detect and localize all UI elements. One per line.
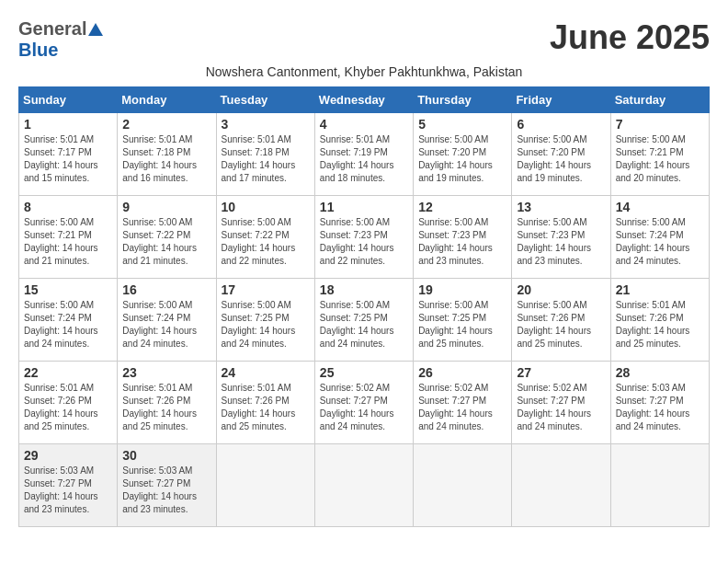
day-info: Sunrise: 5:03 AM Sunset: 7:27 PM Dayligh… <box>24 465 112 516</box>
day-info: Sunrise: 5:01 AM Sunset: 7:26 PM Dayligh… <box>122 382 210 433</box>
day-number: 7 <box>616 117 704 132</box>
calendar-cell: 17Sunrise: 5:00 AM Sunset: 7:25 PM Dayli… <box>216 279 314 362</box>
month-title: June 2025 <box>550 18 710 57</box>
calendar-cell: 4Sunrise: 5:01 AM Sunset: 7:19 PM Daylig… <box>314 113 413 196</box>
calendar-cell: 1Sunrise: 5:01 AM Sunset: 7:17 PM Daylig… <box>19 113 118 196</box>
calendar-header: SundayMondayTuesdayWednesdayThursdayFrid… <box>19 87 710 113</box>
calendar-cell: 11Sunrise: 5:00 AM Sunset: 7:23 PM Dayli… <box>314 196 413 279</box>
calendar-cell: 21Sunrise: 5:01 AM Sunset: 7:26 PM Dayli… <box>610 279 709 362</box>
day-info: Sunrise: 5:01 AM Sunset: 7:26 PM Dayligh… <box>616 299 704 350</box>
calendar-cell: 9Sunrise: 5:00 AM Sunset: 7:22 PM Daylig… <box>118 196 216 279</box>
calendar-table: SundayMondayTuesdayWednesdayThursdayFrid… <box>18 86 710 527</box>
calendar-cell: 7Sunrise: 5:00 AM Sunset: 7:21 PM Daylig… <box>610 113 709 196</box>
location-title: Nowshera Cantonment, Khyber Pakhtunkhwa,… <box>18 64 710 79</box>
calendar-cell: 12Sunrise: 5:00 AM Sunset: 7:23 PM Dayli… <box>414 196 512 279</box>
calendar-cell <box>610 444 709 527</box>
day-info: Sunrise: 5:03 AM Sunset: 7:27 PM Dayligh… <box>616 382 704 433</box>
day-number: 23 <box>122 365 210 380</box>
day-number: 27 <box>517 365 605 380</box>
calendar-cell: 25Sunrise: 5:02 AM Sunset: 7:27 PM Dayli… <box>314 362 413 444</box>
calendar-cell: 6Sunrise: 5:00 AM Sunset: 7:20 PM Daylig… <box>512 113 610 196</box>
calendar-cell: 24Sunrise: 5:01 AM Sunset: 7:26 PM Dayli… <box>216 362 314 444</box>
day-info: Sunrise: 5:02 AM Sunset: 7:27 PM Dayligh… <box>320 382 408 433</box>
calendar-cell: 27Sunrise: 5:02 AM Sunset: 7:27 PM Dayli… <box>512 362 610 444</box>
weekday-header-friday: Friday <box>512 87 610 113</box>
day-number: 16 <box>122 282 210 297</box>
calendar-cell: 30Sunrise: 5:03 AM Sunset: 7:27 PM Dayli… <box>118 444 216 527</box>
day-number: 2 <box>122 117 210 132</box>
day-number: 26 <box>418 365 506 380</box>
day-info: Sunrise: 5:00 AM Sunset: 7:23 PM Dayligh… <box>418 216 506 268</box>
calendar-cell: 13Sunrise: 5:00 AM Sunset: 7:23 PM Dayli… <box>512 196 610 279</box>
calendar-cell: 10Sunrise: 5:00 AM Sunset: 7:22 PM Dayli… <box>216 196 314 279</box>
calendar-cell: 19Sunrise: 5:00 AM Sunset: 7:25 PM Dayli… <box>414 279 512 362</box>
day-info: Sunrise: 5:01 AM Sunset: 7:17 PM Dayligh… <box>24 133 112 185</box>
weekday-header-thursday: Thursday <box>414 87 512 113</box>
day-number: 28 <box>616 365 704 380</box>
day-info: Sunrise: 5:00 AM Sunset: 7:24 PM Dayligh… <box>616 216 704 268</box>
day-info: Sunrise: 5:00 AM Sunset: 7:22 PM Dayligh… <box>222 216 310 268</box>
day-info: Sunrise: 5:00 AM Sunset: 7:25 PM Dayligh… <box>222 299 310 350</box>
weekday-header-row: SundayMondayTuesdayWednesdayThursdayFrid… <box>19 87 710 113</box>
day-info: Sunrise: 5:00 AM Sunset: 7:20 PM Dayligh… <box>517 133 605 185</box>
day-number: 24 <box>222 365 310 380</box>
day-number: 22 <box>24 365 112 380</box>
logo-triangle-icon <box>88 23 103 36</box>
calendar-week-4: 22Sunrise: 5:01 AM Sunset: 7:26 PM Dayli… <box>19 362 710 444</box>
page-header: General Blue June 2025 <box>18 18 710 61</box>
day-number: 29 <box>24 448 112 463</box>
calendar-cell: 22Sunrise: 5:01 AM Sunset: 7:26 PM Dayli… <box>19 362 118 444</box>
calendar-cell <box>216 444 314 527</box>
calendar-cell: 2Sunrise: 5:01 AM Sunset: 7:18 PM Daylig… <box>118 113 216 196</box>
day-info: Sunrise: 5:00 AM Sunset: 7:21 PM Dayligh… <box>24 216 112 268</box>
day-info: Sunrise: 5:01 AM Sunset: 7:26 PM Dayligh… <box>222 382 310 433</box>
day-info: Sunrise: 5:00 AM Sunset: 7:25 PM Dayligh… <box>320 299 408 350</box>
day-number: 12 <box>418 200 506 214</box>
day-number: 14 <box>616 200 704 214</box>
day-number: 18 <box>320 282 408 297</box>
calendar-week-3: 15Sunrise: 5:00 AM Sunset: 7:24 PM Dayli… <box>19 279 710 362</box>
weekday-header-saturday: Saturday <box>610 87 709 113</box>
day-number: 17 <box>222 282 310 297</box>
day-number: 8 <box>24 200 112 214</box>
weekday-header-tuesday: Tuesday <box>216 87 314 113</box>
calendar-week-1: 1Sunrise: 5:01 AM Sunset: 7:17 PM Daylig… <box>19 113 710 196</box>
logo-general: General <box>18 18 86 40</box>
day-number: 19 <box>418 282 506 297</box>
day-info: Sunrise: 5:02 AM Sunset: 7:27 PM Dayligh… <box>418 382 506 433</box>
day-number: 5 <box>418 117 506 132</box>
calendar-cell <box>314 444 413 527</box>
day-info: Sunrise: 5:01 AM Sunset: 7:18 PM Dayligh… <box>222 133 310 185</box>
day-number: 11 <box>320 200 408 214</box>
calendar-cell: 3Sunrise: 5:01 AM Sunset: 7:18 PM Daylig… <box>216 113 314 196</box>
day-number: 4 <box>320 117 408 132</box>
day-info: Sunrise: 5:00 AM Sunset: 7:24 PM Dayligh… <box>122 299 210 350</box>
day-number: 9 <box>122 200 210 214</box>
calendar-cell: 16Sunrise: 5:00 AM Sunset: 7:24 PM Dayli… <box>118 279 216 362</box>
day-info: Sunrise: 5:00 AM Sunset: 7:22 PM Dayligh… <box>122 216 210 268</box>
day-info: Sunrise: 5:01 AM Sunset: 7:19 PM Dayligh… <box>320 133 408 185</box>
calendar-body: 1Sunrise: 5:01 AM Sunset: 7:17 PM Daylig… <box>19 113 710 527</box>
calendar-cell: 20Sunrise: 5:00 AM Sunset: 7:26 PM Dayli… <box>512 279 610 362</box>
day-info: Sunrise: 5:00 AM Sunset: 7:21 PM Dayligh… <box>616 133 704 185</box>
day-info: Sunrise: 5:00 AM Sunset: 7:23 PM Dayligh… <box>517 216 605 268</box>
day-info: Sunrise: 5:00 AM Sunset: 7:25 PM Dayligh… <box>418 299 506 350</box>
weekday-header-sunday: Sunday <box>19 87 118 113</box>
day-info: Sunrise: 5:01 AM Sunset: 7:26 PM Dayligh… <box>24 382 112 433</box>
calendar-cell: 5Sunrise: 5:00 AM Sunset: 7:20 PM Daylig… <box>414 113 512 196</box>
calendar-cell: 15Sunrise: 5:00 AM Sunset: 7:24 PM Dayli… <box>19 279 118 362</box>
day-info: Sunrise: 5:00 AM Sunset: 7:26 PM Dayligh… <box>517 299 605 350</box>
calendar-week-2: 8Sunrise: 5:00 AM Sunset: 7:21 PM Daylig… <box>19 196 710 279</box>
calendar-cell: 26Sunrise: 5:02 AM Sunset: 7:27 PM Dayli… <box>414 362 512 444</box>
day-number: 21 <box>616 282 704 297</box>
calendar-cell: 18Sunrise: 5:00 AM Sunset: 7:25 PM Dayli… <box>314 279 413 362</box>
calendar-week-5: 29Sunrise: 5:03 AM Sunset: 7:27 PM Dayli… <box>19 444 710 527</box>
day-number: 6 <box>517 117 605 132</box>
calendar-cell: 23Sunrise: 5:01 AM Sunset: 7:26 PM Dayli… <box>118 362 216 444</box>
calendar-cell: 14Sunrise: 5:00 AM Sunset: 7:24 PM Dayli… <box>610 196 709 279</box>
day-number: 25 <box>320 365 408 380</box>
logo-blue: Blue <box>18 40 58 61</box>
day-number: 15 <box>24 282 112 297</box>
day-info: Sunrise: 5:01 AM Sunset: 7:18 PM Dayligh… <box>122 133 210 185</box>
day-number: 1 <box>24 117 112 132</box>
